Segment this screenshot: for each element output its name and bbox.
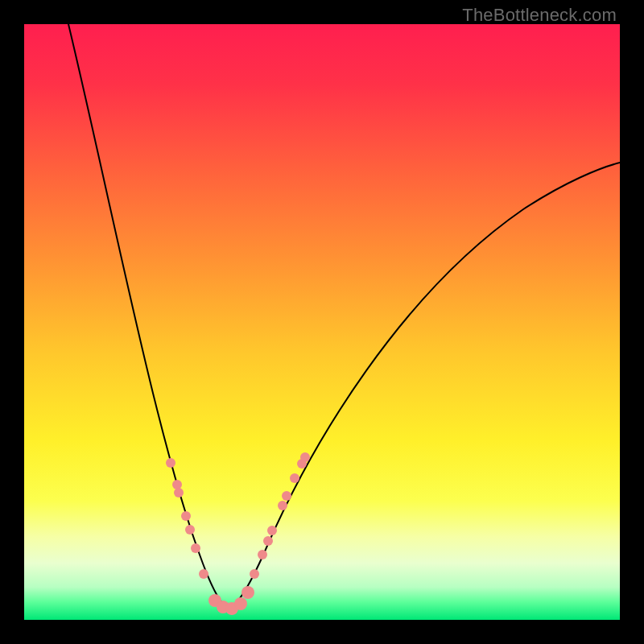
data-marker	[199, 569, 208, 579]
data-marker	[191, 543, 200, 553]
data-marker	[263, 536, 273, 546]
data-marker	[242, 586, 254, 599]
attribution-text: TheBottleneck.com	[462, 5, 617, 26]
data-marker	[234, 597, 247, 610]
data-marker	[250, 569, 259, 579]
gradient-background	[24, 24, 620, 620]
data-marker	[181, 511, 191, 521]
data-marker	[290, 473, 299, 483]
data-marker	[166, 458, 175, 468]
data-marker	[174, 488, 184, 497]
chart-svg	[24, 24, 620, 620]
data-marker	[278, 501, 287, 510]
data-marker	[282, 491, 291, 501]
data-marker	[300, 452, 310, 462]
data-marker	[185, 525, 195, 535]
plot-area	[24, 24, 620, 620]
data-marker	[258, 550, 267, 559]
data-marker	[267, 526, 277, 535]
data-marker	[172, 480, 182, 489]
